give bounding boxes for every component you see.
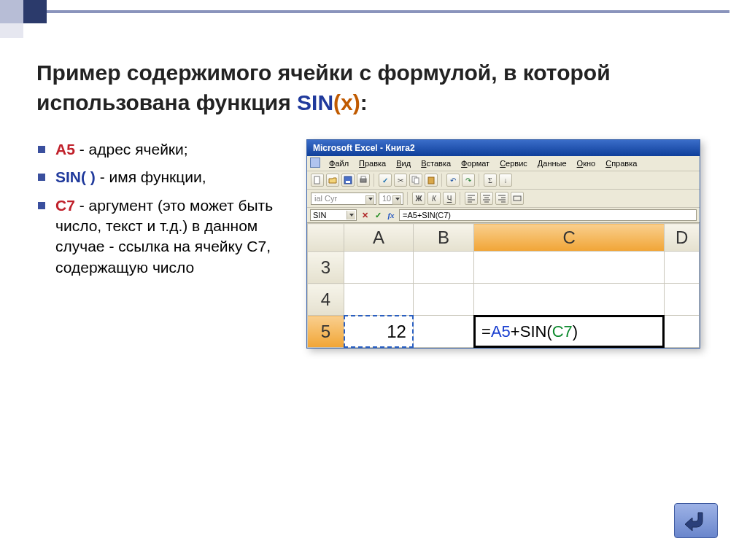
row-header-4[interactable]: 4 (308, 284, 344, 316)
cell-d4[interactable] (665, 284, 700, 316)
enter-icon[interactable]: ✓ (373, 210, 383, 220)
bullet-3: С7 - аргумент (это может быть число, тек… (36, 195, 285, 278)
cell-a5[interactable]: 12 (344, 316, 413, 348)
merge-icon[interactable] (511, 192, 524, 205)
cell-b3[interactable] (413, 252, 473, 284)
svg-rect-2 (346, 181, 350, 183)
cut-icon[interactable]: ✂ (394, 174, 407, 187)
u-turn-icon (681, 508, 711, 533)
name-box[interactable]: SIN (310, 209, 357, 221)
svg-rect-7 (428, 177, 434, 184)
cancel-icon[interactable]: ✕ (360, 210, 370, 220)
excel-format-bar: ial Cyr 10 Ж К Ч (307, 190, 700, 208)
undo-icon[interactable]: ↶ (446, 174, 460, 187)
sort-asc-icon[interactable]: ↓ (499, 174, 512, 187)
col-header-a[interactable]: A (344, 224, 413, 252)
back-button[interactable] (674, 503, 718, 538)
cell-b5[interactable] (413, 316, 473, 348)
copy-icon[interactable] (409, 174, 422, 187)
cell-c5-formula: =A5+SIN(C7) (473, 315, 665, 348)
cell-a4[interactable] (344, 284, 413, 316)
cell-d3[interactable] (665, 252, 700, 284)
menu-format[interactable]: Формат (457, 158, 494, 169)
paste-icon[interactable] (425, 174, 438, 187)
autosum-icon[interactable]: Σ (484, 174, 497, 187)
formula-input[interactable]: =A5+SIN(C7) (399, 209, 697, 221)
menu-tools[interactable]: Сервис (495, 158, 532, 169)
slide-title: Пример содержимого ячейки с формулой, в … (36, 58, 711, 117)
formula-bar: SIN ✕ ✓ fx =A5+SIN(C7) (307, 208, 700, 223)
title-fn: SIN (297, 90, 333, 114)
cell-d5[interactable] (665, 316, 700, 348)
excel-titlebar: Microsoft Excel - Книга2 (307, 140, 700, 156)
svg-rect-8 (514, 196, 521, 201)
spreadsheet-grid[interactable]: A B C D 3 (307, 223, 700, 348)
align-center-icon[interactable] (480, 192, 493, 205)
title-post: : (360, 90, 368, 114)
svg-rect-3 (360, 179, 366, 182)
bullet-list: А5 - адрес ячейки; SIN( ) - имя функции,… (36, 139, 285, 278)
excel-toolbar: ✓ ✂ ↶ ↷ Σ ↓ (307, 171, 700, 190)
redo-icon[interactable]: ↷ (462, 174, 475, 187)
excel-screenshot: Microsoft Excel - Книга2 Файл Правка Вид… (306, 139, 700, 349)
underline-button[interactable]: Ч (443, 192, 456, 205)
menu-data[interactable]: Данные (533, 158, 571, 169)
row-header-5[interactable]: 5 (308, 316, 344, 348)
title-arg: (x) (333, 90, 360, 114)
excel-menubar: Файл Правка Вид Вставка Формат Сервис Да… (307, 156, 700, 171)
menu-window[interactable]: Окно (573, 158, 600, 169)
bullet-2: SIN( ) - имя функции, (36, 167, 285, 187)
col-header-d[interactable]: D (665, 224, 700, 252)
menu-file[interactable]: Файл (325, 158, 353, 169)
app-icon (310, 158, 320, 168)
cell-c4[interactable] (474, 284, 665, 316)
save-icon[interactable] (341, 174, 355, 187)
italic-button[interactable]: К (427, 192, 441, 205)
new-icon[interactable] (311, 174, 324, 187)
col-header-b[interactable]: B (413, 224, 473, 252)
align-right-icon[interactable] (495, 192, 508, 205)
svg-rect-0 (314, 176, 320, 184)
menu-insert[interactable]: Вставка (417, 158, 455, 169)
svg-rect-4 (361, 176, 365, 179)
align-left-icon[interactable] (465, 192, 478, 205)
row-header-3[interactable]: 3 (308, 252, 344, 284)
cell-a3[interactable] (344, 252, 413, 284)
slide-decoration (0, 0, 146, 44)
cell-c3[interactable] (474, 252, 665, 284)
bullet-1: А5 - адрес ячейки; (36, 139, 285, 160)
spellcheck-icon[interactable]: ✓ (379, 174, 392, 187)
menu-help[interactable]: Справка (601, 158, 641, 169)
print-icon[interactable] (357, 174, 370, 187)
cell-c5[interactable]: =A5+SIN(C7) (474, 316, 665, 348)
menu-edit[interactable]: Правка (355, 158, 390, 169)
col-header-c[interactable]: C (474, 224, 665, 252)
fontsize-combo[interactable]: 10 (379, 192, 403, 205)
fx-icon[interactable]: fx (386, 210, 396, 220)
open-icon[interactable] (326, 174, 339, 187)
menu-view[interactable]: Вид (392, 158, 415, 169)
cell-b4[interactable] (413, 284, 473, 316)
svg-rect-6 (414, 178, 419, 184)
font-combo[interactable]: ial Cyr (311, 192, 376, 205)
bold-button[interactable]: Ж (412, 192, 425, 205)
select-all-corner[interactable] (308, 224, 344, 252)
